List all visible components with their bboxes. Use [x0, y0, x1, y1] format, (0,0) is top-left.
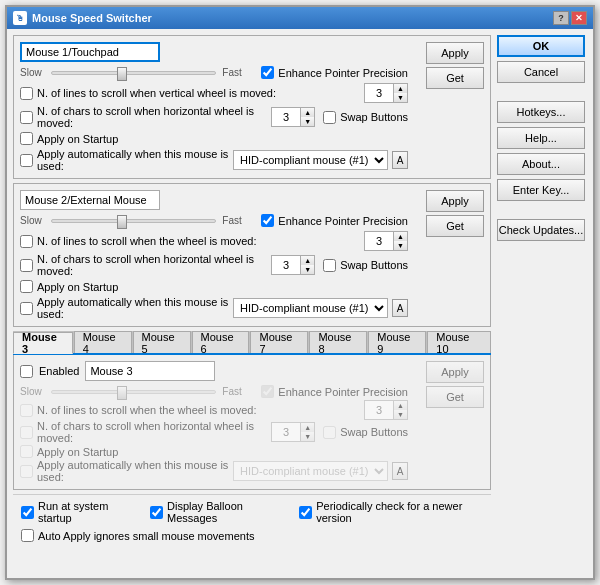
- mouse1-slider-track[interactable]: [51, 71, 216, 75]
- mouse1-swap-row: Swap Buttons: [323, 111, 408, 124]
- tab-mouse8[interactable]: Mouse 8: [309, 331, 367, 353]
- mouse2-scrollh-up[interactable]: ▲: [300, 256, 314, 265]
- mouse1-name-input[interactable]: [20, 42, 160, 62]
- cancel-button[interactable]: Cancel: [497, 61, 585, 83]
- mouse1-get-button[interactable]: Get: [426, 67, 484, 89]
- mouse3-get-button[interactable]: Get: [426, 386, 484, 408]
- mouse3-slider-track: [51, 390, 216, 394]
- mouse3-startup-label: Apply on Startup: [37, 446, 118, 458]
- mouse3-auto-label: Apply automatically when this mouse is u…: [37, 459, 229, 483]
- mouse3-name-input[interactable]: [85, 361, 215, 381]
- mouse1-startup-checkbox[interactable]: [20, 132, 33, 145]
- tab-mouse7[interactable]: Mouse 7: [250, 331, 308, 353]
- mouse1-scrollv-input[interactable]: [365, 84, 393, 102]
- mouse2-slider-track[interactable]: [51, 219, 216, 223]
- mouse2-auto-label: Apply automatically when this mouse is u…: [37, 296, 229, 320]
- mouse1-scrollv-checkbox[interactable]: [20, 87, 33, 100]
- periodic-checkbox[interactable]: [299, 506, 312, 519]
- mouse1-enhance-row: Enhance Pointer Precision: [261, 66, 408, 79]
- mouse1-enhance-checkbox[interactable]: [261, 66, 274, 79]
- main-area: Slow Fast Enhance Pointer Precision: [13, 35, 491, 572]
- mouse1-scrollh-spinbox: ▲ ▼: [271, 107, 315, 127]
- mouse2-get-button[interactable]: Get: [426, 215, 484, 237]
- help-button[interactable]: ?: [553, 11, 569, 25]
- tab-mouse6[interactable]: Mouse 6: [192, 331, 250, 353]
- tab-mouse3[interactable]: Mouse 3: [13, 332, 73, 354]
- mouse2-name-input[interactable]: [20, 190, 160, 210]
- mouse3-swap-label: Swap Buttons: [340, 426, 408, 438]
- mouse2-controls: Slow Fast Enhance Pointer Precision: [20, 190, 408, 320]
- mouse2-scrollv-up[interactable]: ▲: [393, 232, 407, 241]
- mouse3-fast-label: Fast: [222, 386, 247, 397]
- close-button[interactable]: ✕: [571, 11, 587, 25]
- tab-bar: Mouse 3 Mouse 4 Mouse 5 Mouse 6 Mouse 7 …: [13, 331, 491, 355]
- mouse1-slow-label: Slow: [20, 67, 45, 78]
- mouse2-auto-select[interactable]: HID-compliant mouse (#1): [233, 298, 388, 318]
- mouse3-scrollv-label: N. of lines to scroll when the wheel is …: [37, 404, 360, 416]
- hotkeys-button[interactable]: Hotkeys...: [497, 101, 585, 123]
- mouse1-scrollh-input[interactable]: [272, 108, 300, 126]
- help-button[interactable]: Help...: [497, 127, 585, 149]
- mouse3-scrollh-up: ▲: [300, 423, 314, 432]
- mouse3-enabled-label: Enabled: [39, 365, 79, 377]
- mouse1-scrollv-down[interactable]: ▼: [393, 93, 407, 102]
- mouse1-slider-row: Slow Fast Enhance Pointer Precision: [20, 66, 408, 79]
- tab-mouse10[interactable]: Mouse 10: [427, 331, 491, 353]
- mouse1-top-row: Slow Fast Enhance Pointer Precision: [20, 42, 484, 172]
- checkupdates-button[interactable]: Check Updates...: [497, 219, 585, 241]
- mouse2-scrollv-checkbox[interactable]: [20, 235, 33, 248]
- tab-mouse5[interactable]: Mouse 5: [133, 331, 191, 353]
- mouse1-scrollh-checkbox[interactable]: [20, 111, 33, 124]
- about-button[interactable]: About...: [497, 153, 585, 175]
- autoapply-item: Auto Apply ignores small mouse movements: [21, 529, 254, 542]
- mouse2-slider-thumb[interactable]: [117, 215, 127, 229]
- mouse2-startup-checkbox[interactable]: [20, 280, 33, 293]
- tab-mouse9[interactable]: Mouse 9: [368, 331, 426, 353]
- mouse1-slider-thumb[interactable]: [117, 67, 127, 81]
- mouse1-right-section: Apply Get: [414, 42, 484, 89]
- mouse1-scrollv-spinbox: ▲ ▼: [364, 83, 408, 103]
- mouse1-scrollv-up[interactable]: ▲: [393, 84, 407, 93]
- mouse2-swap-checkbox[interactable]: [323, 259, 336, 272]
- mouse2-scrollh-down[interactable]: ▼: [300, 265, 314, 274]
- mouse2-scrollh-checkbox[interactable]: [20, 259, 33, 272]
- autoapply-checkbox[interactable]: [21, 529, 34, 542]
- mouse2-enhance-checkbox[interactable]: [261, 214, 274, 227]
- tab-mouse4[interactable]: Mouse 4: [74, 331, 132, 353]
- ok-button[interactable]: OK: [497, 35, 585, 57]
- mouse3-auto-a-button: A: [392, 462, 408, 480]
- mouse3-enabled-checkbox[interactable]: [20, 365, 33, 378]
- mouse2-scrollh-input[interactable]: [272, 256, 300, 274]
- mouse1-scrollh-down[interactable]: ▼: [300, 117, 314, 126]
- balloon-checkbox[interactable]: [150, 506, 163, 519]
- mouse1-startup-label: Apply on Startup: [37, 133, 118, 145]
- mouse3-enhance-row: Enhance Pointer Precision: [261, 385, 408, 398]
- mouse1-auto-row: Apply automatically when this mouse is u…: [20, 148, 408, 172]
- mouse3-enabled-row: Enabled: [20, 361, 408, 381]
- mouse1-auto-checkbox[interactable]: [20, 154, 33, 167]
- mouse1-scrollh-arrows: ▲ ▼: [300, 108, 314, 126]
- mouse2-auto-checkbox[interactable]: [20, 302, 33, 315]
- mouse2-startup-row: Apply on Startup: [20, 280, 408, 293]
- mouse1-swap-checkbox[interactable]: [323, 111, 336, 124]
- mouse3-scrollh-row: N. of chars to scroll when horizontal wh…: [20, 420, 408, 444]
- mouse2-fast-label: Fast: [222, 215, 247, 226]
- mouse1-scrollh-row: N. of chars to scroll when horizontal wh…: [20, 105, 408, 129]
- mouse1-auto-select[interactable]: HID-compliant mouse (#1): [233, 150, 388, 170]
- enterkey-button[interactable]: Enter Key...: [497, 179, 585, 201]
- mouse3-apply-button[interactable]: Apply: [426, 361, 484, 383]
- side-buttons: OK Cancel Hotkeys... Help... About... En…: [497, 35, 587, 572]
- mouse1-scrollh-up[interactable]: ▲: [300, 108, 314, 117]
- mouse1-name-row: [20, 42, 408, 62]
- mouse2-auto-a-button[interactable]: A: [392, 299, 408, 317]
- mouse3-section: Enabled Slow Fast: [13, 355, 491, 490]
- mouse2-apply-button[interactable]: Apply: [426, 190, 484, 212]
- mouse1-auto-label: Apply automatically when this mouse is u…: [37, 148, 229, 172]
- mouse2-scrollv-input[interactable]: [365, 232, 393, 250]
- mouse1-apply-button[interactable]: Apply: [426, 42, 484, 64]
- mouse3-scrollh-arrows: ▲ ▼: [300, 423, 314, 441]
- run-startup-checkbox[interactable]: [21, 506, 34, 519]
- mouse2-scrollv-down[interactable]: ▼: [393, 241, 407, 250]
- mouse3-slider-row: Slow Fast Enhance Pointer Precision: [20, 385, 408, 398]
- mouse1-auto-a-button[interactable]: A: [392, 151, 408, 169]
